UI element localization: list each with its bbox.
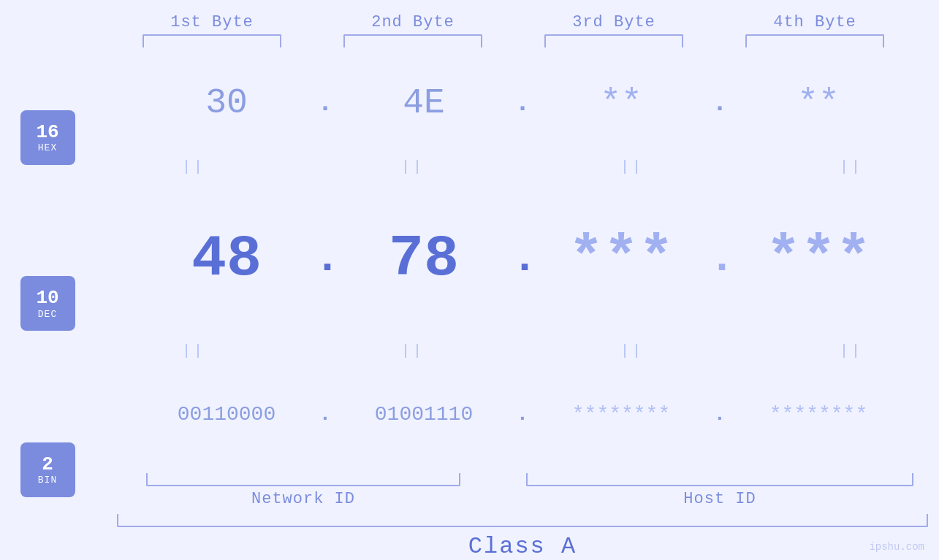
hex-byte1: 30 (205, 83, 248, 123)
class-bracket-row (95, 514, 939, 527)
dec-badge: 10 DEC (20, 276, 75, 331)
equals-1-cell1: || (95, 158, 292, 175)
bin-badge: 2 BIN (20, 442, 75, 497)
network-bracket (146, 473, 460, 486)
hex-badge-label: HEX (38, 142, 57, 153)
bin-dot3: . (709, 403, 731, 426)
bin-byte2: 01001110 (375, 403, 473, 426)
bracket-cell-2 (313, 34, 514, 47)
equals-row-1: || || || || (95, 158, 939, 175)
top-bracket-2 (343, 34, 482, 47)
network-id-label: Network ID (117, 490, 490, 508)
bin-dot1: . (314, 403, 336, 426)
badges-column: 16 HEX 10 DEC 2 BIN (0, 47, 95, 560)
id-labels-row: Network ID Host ID (95, 490, 939, 508)
host-bracket-container (512, 473, 928, 486)
hex-badge: 16 HEX (20, 110, 75, 165)
bracket-cell-1 (112, 34, 313, 47)
bin-byte1: 00110000 (178, 403, 275, 426)
byte-labels-row: 1st Byte 2nd Byte 3rd Byte 4th Byte (44, 0, 939, 31)
hex-byte4: ** (797, 83, 840, 123)
bin-row: 00110000 . 01001110 . ******** . *******… (95, 359, 939, 470)
data-rows-container: 30 . 4E . ** . ** || || (95, 47, 939, 560)
hex-dot2: . (512, 88, 533, 118)
byte4-label: 4th Byte (715, 13, 916, 31)
class-label: Class A (117, 533, 928, 560)
hex-byte3: ** (600, 83, 642, 123)
hex-badge-number: 16 (36, 122, 58, 143)
equals-1-cell2: || (314, 158, 512, 175)
byte3-label: 3rd Byte (514, 13, 715, 31)
equals-row-2: || || || || (95, 342, 939, 359)
top-bracket-row (44, 34, 939, 47)
dec-row: 48 . 78 . *** . *** (95, 175, 939, 342)
equals-2-cell1: || (95, 342, 292, 359)
hex-dot3: . (709, 88, 731, 118)
equals-1-cell4: || (753, 158, 939, 175)
bin-dot2: . (512, 403, 533, 426)
equals-2-cell3: || (533, 342, 731, 359)
dec-byte1: 48 (191, 226, 262, 292)
host-id-label: Host ID (512, 490, 928, 508)
dec-badge-label: DEC (38, 309, 57, 320)
byte2-label: 2nd Byte (313, 13, 514, 31)
bin-byte4: ******** (769, 403, 867, 426)
dec-byte4: *** (766, 226, 871, 292)
host-bracket (526, 473, 913, 486)
watermark: ipshu.com (869, 541, 924, 553)
bracket-cell-4 (715, 34, 916, 47)
class-bracket (117, 514, 928, 527)
byte1-label: 1st Byte (112, 13, 313, 31)
page-container: 1st Byte 2nd Byte 3rd Byte 4th Byte 16 H… (0, 0, 939, 560)
dec-byte2: 78 (389, 226, 459, 292)
bin-badge-label: BIN (38, 475, 57, 486)
hex-byte2: 4E (403, 83, 445, 123)
equals-2-cell4: || (753, 342, 939, 359)
bracket-cell-3 (514, 34, 715, 47)
dec-dot2: . (512, 234, 533, 283)
hex-row: 30 . 4E . ** . ** (95, 47, 939, 158)
dec-dot3: . (709, 234, 731, 283)
bin-badge-number: 2 (42, 454, 53, 475)
equals-1-cell3: || (533, 158, 731, 175)
top-bracket-3 (544, 34, 683, 47)
equals-2-cell2: || (314, 342, 512, 359)
top-bracket-1 (142, 34, 281, 47)
top-bracket-4 (745, 34, 884, 47)
network-bracket-container (117, 473, 490, 486)
hex-dot1: . (314, 88, 336, 118)
bottom-bracket-row (95, 473, 939, 486)
dec-dot1: . (314, 234, 336, 283)
dec-byte3: *** (569, 226, 674, 292)
bin-byte3: ******** (572, 403, 670, 426)
dec-badge-number: 10 (36, 288, 58, 309)
